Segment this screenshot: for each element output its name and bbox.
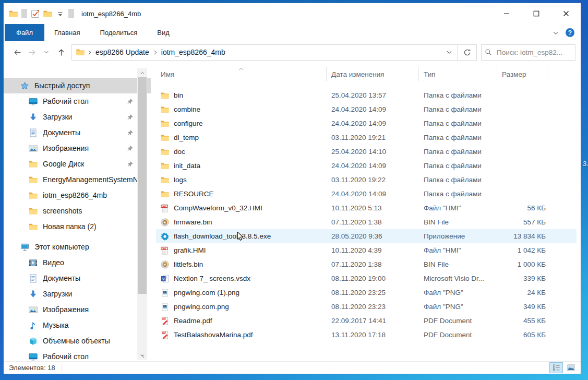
- sidebar-item[interactable]: screenshots: [4, 203, 151, 219]
- file-type: Папка с файлами: [419, 105, 497, 113]
- sidebar-item[interactable]: Видео: [4, 255, 151, 270]
- divider: [68, 9, 74, 18]
- scroll-down-icon[interactable]: [137, 351, 147, 360]
- properties-check-icon[interactable]: [31, 9, 40, 18]
- forward-button[interactable]: [25, 45, 39, 60]
- tab-home[interactable]: Главная: [44, 24, 90, 41]
- file-size: 605 КБ: [497, 331, 547, 339]
- file-name: pngwing.com (1).png: [174, 289, 239, 296]
- address-bar[interactable]: esp8266 Update iotm_esp8266_4mb: [71, 44, 477, 61]
- file-size: 339 КБ: [497, 275, 547, 282]
- file-row[interactable]: VNextion 7_ screens.vsdx08.11.2020 19:00…: [156, 271, 577, 286]
- folder-icon: [29, 222, 38, 231]
- minimize-button[interactable]: [491, 3, 521, 24]
- file-name: bin: [174, 91, 183, 99]
- file-date: 24.04.2020 14:09: [327, 190, 419, 198]
- downloads-icon: [29, 113, 38, 122]
- file-name: logs: [174, 176, 187, 184]
- file-date: 07.11.2020 1:38: [327, 218, 419, 226]
- search-input[interactable]: [496, 48, 572, 57]
- address-dropdown-chevron-icon[interactable]: [441, 45, 457, 60]
- file-row[interactable]: HMIgrafik.HMI10.11.2020 4:39Файл "HMI"1 …: [156, 243, 577, 257]
- scroll-up-icon[interactable]: [137, 68, 147, 77]
- desktop-icon: [29, 352, 38, 361]
- column-header-type[interactable]: Тип: [419, 67, 497, 81]
- search-box[interactable]: [481, 44, 575, 61]
- refresh-button[interactable]: [457, 45, 476, 60]
- file-row[interactable]: flash_download_tool_3.8.5.exe28.05.2020 …: [156, 229, 577, 243]
- tab-view[interactable]: Вид: [147, 24, 179, 41]
- back-button[interactable]: [10, 45, 25, 60]
- sidebar-section-quick-access[interactable]: Быстрый доступ: [4, 78, 151, 93]
- breadcrumb-segment[interactable]: esp8266 Update: [94, 48, 150, 56]
- file-row[interactable]: pngwing.com.png08.11.2020 23:23Файл "PNG…: [156, 300, 577, 314]
- help-button[interactable]: ?: [566, 28, 574, 37]
- tab-share[interactable]: Поделиться: [90, 24, 147, 41]
- sidebar-item[interactable]: Документы: [4, 270, 151, 286]
- sidebar-item[interactable]: Изображения: [4, 140, 151, 156]
- sidebar-item[interactable]: Новая папка (2): [4, 219, 151, 234]
- sidebar-item[interactable]: EnergyManagementSystemN: [4, 172, 151, 187]
- file-row[interactable]: littlefs.bin07.11.2020 1:38BIN File1 000…: [156, 257, 577, 271]
- divider: [21, 9, 27, 18]
- pin-icon: [127, 129, 134, 136]
- file-name: pngwing.com.png: [174, 303, 229, 311]
- file-row[interactable]: firmware.bin07.11.2020 1:38BIN File557 К…: [156, 215, 577, 229]
- sidebar-item[interactable]: Загрузки: [4, 286, 151, 302]
- sidebar-item[interactable]: iotm_esp8266_4mb: [4, 187, 151, 203]
- 3d-objects-icon: [29, 337, 38, 346]
- gear-app-icon: [161, 232, 169, 241]
- sidebar-item-label: iotm_esp8266_4mb: [43, 191, 107, 199]
- sidebar-section-this-pc[interactable]: Этот компьютер: [4, 239, 151, 255]
- sidebar-item-label: EnergyManagementSystemN: [43, 175, 138, 184]
- file-date: 24.04.2020 14:09: [327, 162, 419, 170]
- sidebar-item[interactable]: Документы: [4, 125, 151, 140]
- sidebar-scrollbar[interactable]: [137, 68, 147, 360]
- sidebar-item[interactable]: Объемные объекты: [4, 333, 151, 349]
- maximize-button[interactable]: [521, 3, 551, 24]
- sidebar-item[interactable]: Загрузки: [4, 109, 151, 125]
- file-row[interactable]: init_data24.04.2020 14:09Папка с файлами: [156, 159, 577, 173]
- file-row[interactable]: HMICompWaveform_v0_32.HMI10.11.2020 5:13…: [156, 201, 577, 215]
- file-row[interactable]: configure24.04.2020 14:09Папка с файлами: [156, 116, 577, 130]
- sidebar-item[interactable]: Музыка: [4, 317, 151, 333]
- pictures-icon: [29, 305, 38, 314]
- file-row[interactable]: doc25.04.2020 14:10Папка с файлами: [156, 145, 577, 159]
- video-icon: [29, 258, 38, 267]
- file-type: Файл "HMI": [419, 204, 497, 212]
- file-row[interactable]: bin25.04.2020 13:57Папка с файлами: [156, 88, 577, 102]
- column-header-date[interactable]: Дата изменения: [327, 67, 419, 81]
- file-row[interactable]: PDFReadme.pdf22.09.2017 14:41PDF Documen…: [156, 314, 577, 328]
- file-row[interactable]: logs03.11.2020 19:22Папка с файлами: [156, 173, 577, 187]
- column-header-size[interactable]: Размер: [497, 67, 547, 81]
- file-row[interactable]: RESOURCE24.04.2020 14:09Папка с файлами: [156, 187, 577, 201]
- sidebar-item[interactable]: Рабочий стол: [4, 349, 151, 362]
- file-row[interactable]: pngwing.com (1).png08.11.2020 23:25Файл …: [156, 286, 577, 300]
- file-row[interactable]: dl_temp03.11.2020 19:21Папка с файлами: [156, 130, 577, 145]
- tab-file[interactable]: Файл: [5, 24, 44, 41]
- file-date: 25.04.2020 13:57: [327, 91, 419, 99]
- sidebar-item[interactable]: Рабочий стол: [4, 93, 151, 109]
- file-date: 08.11.2020 23:25: [327, 289, 419, 296]
- breadcrumb-chevron-icon: [152, 49, 159, 56]
- scrollbar-thumb[interactable]: [138, 77, 147, 294]
- details-view-button[interactable]: [549, 362, 563, 373]
- close-button[interactable]: [551, 3, 581, 24]
- new-folder-icon[interactable]: [43, 9, 52, 18]
- star-icon: [20, 81, 29, 90]
- hmi-file-icon: HMI: [161, 246, 169, 255]
- file-row[interactable]: combine24.04.2020 14:09Папка с файлами: [156, 102, 577, 116]
- sidebar-item[interactable]: Изображения: [4, 302, 151, 317]
- sidebar-item[interactable]: Google Диск: [4, 156, 151, 172]
- qat-customize-dropdown-icon[interactable]: [56, 9, 65, 18]
- file-row[interactable]: PDFTestBalashovaMarina.pdf13.11.2020 17:…: [156, 328, 577, 342]
- folder-icon: [161, 120, 169, 128]
- file-name: littlefs.bin: [174, 260, 203, 268]
- column-headers: Имя Дата изменения Тип Размер: [156, 67, 547, 81]
- sidebar-item-label: Документы: [43, 274, 80, 282]
- breadcrumb-segment[interactable]: iotm_esp8266_4mb: [160, 48, 226, 56]
- up-button[interactable]: [54, 45, 68, 60]
- large-icons-view-button[interactable]: [564, 362, 578, 373]
- expand-ribbon-chevron-icon[interactable]: [552, 29, 559, 37]
- recent-locations-chevron-icon[interactable]: [39, 45, 54, 60]
